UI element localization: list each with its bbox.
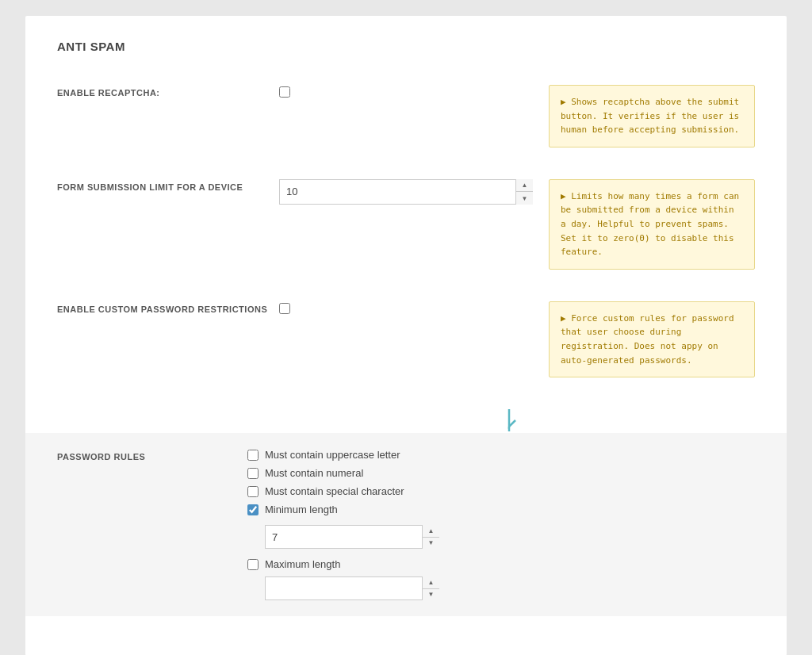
custom-password-label: ENABLE CUSTOM PASSWORD RESTRICTIONS: [57, 301, 279, 314]
arrow-indicator: [57, 409, 755, 433]
submission-limit-down[interactable]: ▼: [516, 192, 533, 205]
rules-list: Must contain uppercase letter Must conta…: [247, 449, 439, 600]
password-rules-subpanel: PASSWORD RULES Must contain uppercase le…: [25, 433, 787, 616]
main-card: ANTI SPAM ENABLE RECAPTCHA: Shows recapt…: [25, 16, 787, 655]
min-length-input-wrapper: ▲ ▼: [265, 525, 439, 549]
recaptcha-label: ENABLE RECAPTCHA:: [57, 85, 279, 98]
submission-limit-spinner: ▲ ▼: [515, 179, 533, 205]
submission-limit-input-wrapper: 10 ▲ ▼: [279, 179, 533, 205]
recaptcha-control: [279, 85, 549, 100]
rule-numeral: Must contain numeral: [247, 467, 439, 479]
rule-maxlength: Maximum length: [247, 558, 439, 570]
rule-uppercase: Must contain uppercase letter: [247, 449, 439, 461]
rule-numeral-label: Must contain numeral: [265, 467, 363, 479]
min-length-down[interactable]: ▼: [423, 538, 439, 550]
recaptcha-info: Shows recaptcha above the submit button.…: [549, 85, 755, 147]
rule-special: Must contain special character: [247, 485, 439, 497]
recaptcha-row: ENABLE RECAPTCHA: Shows recaptcha above …: [57, 85, 755, 147]
rule-minlength-label: Minimum length: [265, 504, 338, 515]
rule-special-checkbox[interactable]: [247, 486, 259, 497]
max-length-spinner: ▲ ▼: [422, 576, 439, 600]
max-length-down[interactable]: ▼: [423, 589, 439, 601]
rule-maxlength-checkbox[interactable]: [247, 559, 259, 570]
custom-password-row: ENABLE CUSTOM PASSWORD RESTRICTIONS Forc…: [57, 301, 755, 377]
recaptcha-checkbox[interactable]: [279, 86, 290, 98]
submission-limit-control: 10 ▲ ▼: [279, 179, 549, 205]
rule-minlength: Minimum length: [247, 504, 439, 515]
min-length-spinner: ▲ ▼: [422, 525, 439, 549]
password-rules-label: PASSWORD RULES: [57, 449, 247, 462]
custom-password-control: [279, 301, 549, 316]
rule-uppercase-label: Must contain uppercase letter: [265, 449, 400, 461]
page-title: ANTI SPAM: [57, 40, 755, 53]
submission-limit-up[interactable]: ▲: [516, 179, 533, 193]
submission-limit-row: FORM SUBMISSION LIMIT FOR A DEVICE 10 ▲ …: [57, 179, 755, 270]
min-length-input[interactable]: [265, 525, 439, 549]
custom-password-info: Force custom rules for password that use…: [549, 301, 755, 377]
max-length-row: ▲ ▼: [265, 576, 439, 600]
submission-limit-input[interactable]: 10: [279, 179, 533, 205]
rule-maxlength-label: Maximum length: [265, 558, 340, 570]
rule-minlength-checkbox[interactable]: [247, 504, 259, 515]
rule-special-label: Must contain special character: [265, 485, 404, 497]
arrow-icon: [500, 409, 519, 433]
max-length-input[interactable]: [265, 576, 439, 600]
rule-numeral-checkbox[interactable]: [247, 468, 259, 479]
min-length-row: ▲ ▼: [265, 525, 439, 549]
password-rules-section: PASSWORD RULES Must contain uppercase le…: [57, 449, 755, 600]
submission-limit-label: FORM SUBMISSION LIMIT FOR A DEVICE: [57, 179, 279, 192]
submission-limit-info: Limits how many times a form can be subm…: [549, 179, 755, 270]
max-length-up[interactable]: ▲: [423, 576, 439, 589]
rule-uppercase-checkbox[interactable]: [247, 450, 259, 461]
min-length-up[interactable]: ▲: [423, 525, 439, 538]
custom-password-checkbox[interactable]: [279, 303, 290, 314]
max-length-input-wrapper: ▲ ▼: [265, 576, 439, 600]
